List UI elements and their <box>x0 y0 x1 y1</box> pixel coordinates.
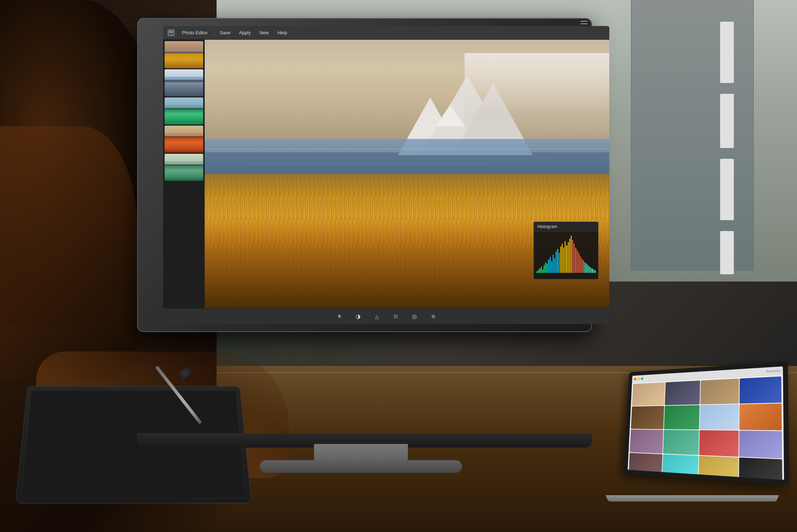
laptop-title: Recently <box>766 369 781 373</box>
histogram-bar <box>566 245 567 273</box>
menu-bar: 📷 Photo Editor Save Apply New Help <box>163 26 609 40</box>
histogram-bar <box>536 271 537 273</box>
laptop-photo-13 <box>628 453 662 479</box>
imac-stand-base <box>260 460 462 473</box>
histogram-bar <box>569 239 570 273</box>
bottom-toolbar: ☀ ◑ △ ⊡ ◎ ⧉ <box>163 308 609 324</box>
histogram-bar <box>583 260 584 273</box>
histogram-panel: Histogram <box>533 222 598 279</box>
layers-icon: ⧉ <box>432 314 435 319</box>
histogram-bar <box>584 262 585 273</box>
laptop-screen-inner: Recently <box>628 366 784 480</box>
histogram-bar <box>541 266 542 273</box>
histogram-bar <box>559 253 560 273</box>
histogram-title: Histogram <box>534 222 598 232</box>
contrast-tool[interactable]: ◑ <box>352 311 364 322</box>
app-body: Histogram <box>163 40 609 308</box>
laptop-base <box>606 495 779 501</box>
histogram-bar <box>560 247 561 273</box>
histogram-bar <box>565 241 566 273</box>
wall-strip-2 <box>720 94 734 148</box>
laptop-photo-11 <box>699 430 739 457</box>
eye-icon: ◎ <box>412 313 417 320</box>
histogram-bar <box>551 261 552 273</box>
laptop: Recently <box>606 366 793 503</box>
histogram-bar <box>586 263 587 273</box>
histogram-bar <box>581 258 582 273</box>
histogram-bar <box>537 270 539 273</box>
imac-monitor: 📷 Photo Editor Save Apply New Help <box>116 18 614 487</box>
histogram-bar <box>563 248 564 273</box>
histogram-bar <box>554 258 555 273</box>
contrast-icon: ◑ <box>356 313 361 320</box>
thumbnail-5[interactable] <box>165 154 203 181</box>
histogram-bar <box>548 260 549 273</box>
histogram-bar <box>562 244 563 273</box>
app-screen: 📷 Photo Editor Save Apply New Help <box>163 26 609 324</box>
histogram-bar <box>545 262 546 273</box>
histogram-bar <box>587 265 588 273</box>
histogram-bar <box>546 263 548 273</box>
laptop-photo-grid <box>628 375 784 480</box>
histogram-bar <box>556 252 557 273</box>
crop-tool[interactable]: ⊡ <box>390 311 401 322</box>
app-icon: 📷 <box>167 29 175 36</box>
menu-line-1 <box>580 21 588 22</box>
histogram-bar <box>593 270 595 273</box>
menu-sep-1 <box>214 30 214 36</box>
thumbnail-4[interactable] <box>165 126 203 153</box>
laptop-photo-10 <box>663 430 699 455</box>
histogram-bar <box>580 256 581 273</box>
histogram-bar <box>571 236 572 273</box>
laptop-photo-7 <box>700 404 739 430</box>
wall-strip-4 <box>720 231 734 274</box>
imac-bezel: 📷 Photo Editor Save Apply New Help <box>137 18 592 332</box>
thumbnail-1[interactable] <box>165 41 203 68</box>
menu-help[interactable]: Help <box>273 29 292 37</box>
histogram-bar <box>539 269 540 273</box>
histogram-bar <box>572 240 573 273</box>
histogram-bar <box>595 270 596 273</box>
histogram-bar <box>592 269 593 273</box>
laptop-photo-3 <box>700 379 739 405</box>
laptop-max-dot <box>641 377 643 380</box>
histogram-bar <box>590 267 591 273</box>
app-window: 📷 Photo Editor Save Apply New Help <box>163 26 609 324</box>
histogram-bar <box>577 250 578 273</box>
imac-stand-neck <box>314 444 408 462</box>
menu-line-2 <box>580 23 588 24</box>
laptop-photo-6 <box>664 405 700 429</box>
laptop-photo-12 <box>739 431 782 458</box>
menu-apply[interactable]: Apply <box>235 29 255 37</box>
wall-strip-1 <box>720 22 734 83</box>
histogram-bar <box>578 253 579 273</box>
brightness-tool[interactable]: ☀ <box>334 311 345 322</box>
laptop-photo-9 <box>630 429 663 454</box>
sun-icon: ☀ <box>337 313 342 320</box>
laptop-photo-1 <box>632 382 665 406</box>
histogram-chart <box>534 232 598 275</box>
histogram-bar <box>589 266 590 273</box>
histogram-bar <box>568 242 569 273</box>
laptop-photo-5 <box>631 406 664 429</box>
menu-save[interactable]: Save <box>215 29 235 37</box>
thumbnail-3[interactable] <box>165 97 203 125</box>
menu-photo-editor[interactable]: Photo Editor <box>178 29 212 37</box>
laptop-photo-14 <box>662 454 698 480</box>
menu-new[interactable]: New <box>255 29 273 37</box>
histogram-bar <box>575 248 576 273</box>
laptop-photo-4 <box>739 376 781 404</box>
triangle-icon: △ <box>375 314 379 319</box>
shape-tool[interactable]: △ <box>371 311 383 322</box>
wall-panel <box>631 0 754 271</box>
wall-strip-3 <box>720 159 734 220</box>
histogram-bar <box>553 254 554 273</box>
view-tool[interactable]: ◎ <box>409 311 420 322</box>
laptop-photo-16 <box>739 458 783 480</box>
histogram-bar <box>550 257 551 273</box>
main-canvas[interactable]: Histogram <box>205 40 609 308</box>
thumbnail-2[interactable] <box>165 69 203 96</box>
thumbnail-panel <box>163 40 205 308</box>
layers-tool[interactable]: ⧉ <box>427 311 439 322</box>
laptop-photo-2 <box>665 380 700 405</box>
